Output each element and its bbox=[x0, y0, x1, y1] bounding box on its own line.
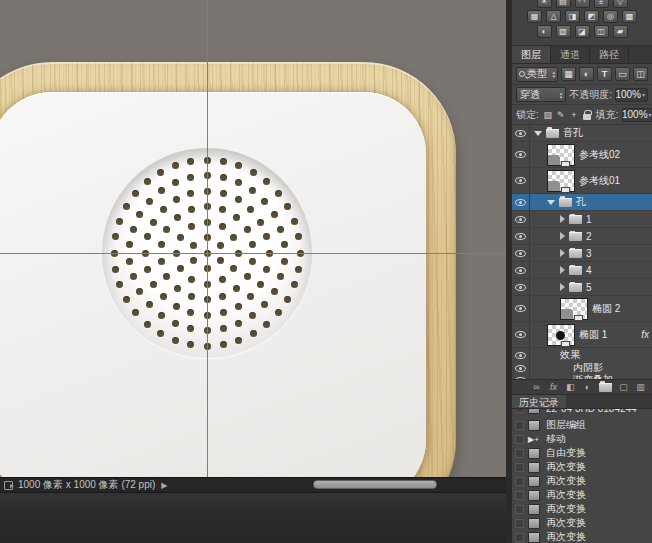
layer-row-2[interactable]: 2 bbox=[512, 228, 652, 245]
history-item[interactable]: 再次变换 bbox=[512, 488, 652, 502]
selective-color-icon[interactable]: ▰ bbox=[613, 25, 628, 38]
layer-thumbnail[interactable] bbox=[547, 324, 575, 346]
new-group-icon[interactable] bbox=[599, 381, 612, 393]
eye-icon[interactable] bbox=[515, 284, 526, 291]
layer-row-1[interactable]: 1 bbox=[512, 211, 652, 228]
eye-icon[interactable] bbox=[515, 365, 526, 372]
lock-transparency-icon[interactable]: ▨ bbox=[542, 109, 554, 121]
black-white-icon[interactable]: ◨ bbox=[565, 10, 580, 23]
hue-saturation-icon[interactable]: ▦ bbox=[527, 10, 542, 23]
visibility-cell[interactable] bbox=[512, 374, 530, 379]
layer-row-3[interactable]: 3 bbox=[512, 245, 652, 262]
history-source-well[interactable] bbox=[515, 463, 524, 472]
history-item[interactable]: 再次变换 bbox=[512, 460, 652, 474]
visibility-cell[interactable] bbox=[512, 362, 530, 374]
history-source-well[interactable] bbox=[515, 533, 524, 542]
visibility-cell[interactable] bbox=[512, 296, 530, 321]
posterize-icon[interactable]: ▧ bbox=[556, 25, 571, 38]
invert-icon[interactable]: ◐ bbox=[537, 25, 552, 38]
curves-icon[interactable]: ◠ bbox=[575, 0, 590, 8]
visibility-cell[interactable] bbox=[512, 262, 530, 278]
eye-icon[interactable] bbox=[515, 130, 526, 137]
layer-row-效果[interactable]: 效果 bbox=[512, 348, 652, 362]
adjustment-filter-icon[interactable]: ◐ bbox=[579, 67, 594, 81]
layer-row-孔[interactable]: 孔 bbox=[512, 194, 652, 211]
channel-mixer-icon[interactable]: ◎ bbox=[603, 10, 618, 23]
color-lookup-icon[interactable]: ▩ bbox=[622, 10, 637, 23]
layer-row-4[interactable]: 4 bbox=[512, 262, 652, 279]
expand-arrow-icon[interactable] bbox=[560, 215, 565, 223]
eye-icon[interactable] bbox=[515, 151, 526, 158]
photo-filter-icon[interactable]: ◩ bbox=[584, 10, 599, 23]
fill-value-field[interactable]: 100% bbox=[622, 108, 652, 122]
levels-icon[interactable]: ▤ bbox=[556, 0, 571, 8]
layer-row-渐变叠加[interactable]: 渐变叠加 bbox=[512, 374, 652, 379]
history-item[interactable]: 再次变换 bbox=[512, 530, 652, 543]
brightness-contrast-icon[interactable]: ☀ bbox=[537, 0, 552, 8]
eye-icon[interactable] bbox=[515, 377, 526, 380]
layer-thumbnail[interactable] bbox=[560, 298, 588, 320]
history-source-well[interactable] bbox=[515, 477, 524, 486]
blend-mode-dropdown[interactable]: 穿透 ▴▾ bbox=[516, 87, 566, 102]
fx-badge[interactable]: fx bbox=[641, 329, 649, 340]
history-item[interactable]: 图层编组 bbox=[512, 418, 652, 432]
link-layers-icon[interactable]: ∞ bbox=[531, 381, 542, 393]
lock-paint-icon[interactable]: ✎ bbox=[555, 109, 567, 121]
smart-object-filter-icon[interactable]: ◫ bbox=[633, 67, 648, 81]
horizontal-guide[interactable] bbox=[0, 253, 506, 254]
visibility-cell[interactable] bbox=[512, 168, 530, 193]
history-source-well[interactable] bbox=[515, 435, 524, 444]
eye-icon[interactable] bbox=[515, 267, 526, 274]
layer-row-椭圆 2[interactable]: 椭圆 2 bbox=[512, 296, 652, 322]
visibility-cell[interactable] bbox=[512, 142, 530, 167]
add-mask-icon[interactable]: ◧ bbox=[565, 381, 576, 393]
visibility-cell[interactable] bbox=[512, 194, 530, 210]
eye-icon[interactable] bbox=[515, 199, 526, 206]
layer-style-icon[interactable]: fx bbox=[548, 381, 559, 393]
shape-filter-icon[interactable]: ▭ bbox=[615, 67, 630, 81]
layer-row-参考线01[interactable]: 参考线01 bbox=[512, 168, 652, 194]
history-source-well[interactable] bbox=[515, 449, 524, 458]
expand-arrow-icon[interactable] bbox=[560, 266, 565, 274]
history-item[interactable]: 再次变换 bbox=[512, 502, 652, 516]
eye-icon[interactable] bbox=[515, 216, 526, 223]
pixel-filter-icon[interactable]: ▦ bbox=[561, 67, 576, 81]
exposure-icon[interactable]: ± bbox=[594, 0, 609, 8]
expand-arrow-icon[interactable] bbox=[560, 249, 565, 257]
layer-thumbnail[interactable] bbox=[547, 170, 575, 192]
tab-paths[interactable]: 路径 bbox=[590, 46, 629, 63]
status-expand-arrow[interactable]: ▶ bbox=[161, 481, 167, 490]
tab-history[interactable]: 历史记录 bbox=[512, 395, 566, 408]
expand-arrow-icon[interactable] bbox=[560, 232, 565, 240]
color-balance-icon[interactable]: △ bbox=[546, 10, 561, 23]
expand-arrow-icon[interactable] bbox=[560, 283, 565, 291]
lock-position-icon[interactable]: + bbox=[568, 109, 580, 121]
eye-icon[interactable] bbox=[515, 233, 526, 240]
visibility-cell[interactable] bbox=[512, 228, 530, 244]
opacity-value-field[interactable]: 100% bbox=[615, 88, 648, 102]
vertical-guide[interactable] bbox=[207, 0, 208, 477]
visibility-cell[interactable] bbox=[512, 125, 530, 141]
new-layer-icon[interactable]: ▢ bbox=[618, 381, 629, 393]
history-source-well[interactable] bbox=[515, 409, 524, 413]
history-source-well[interactable] bbox=[515, 491, 524, 500]
eye-icon[interactable] bbox=[515, 305, 526, 312]
delete-layer-icon[interactable]: ▥ bbox=[635, 381, 646, 393]
lock-all-icon[interactable] bbox=[581, 109, 593, 121]
eye-icon[interactable] bbox=[515, 250, 526, 257]
document-canvas[interactable]: 1000 像素 x 1000 像素 (72 ppi) ▶ bbox=[0, 0, 506, 492]
new-adjustment-icon[interactable]: ◐ bbox=[582, 381, 593, 393]
layer-row-参考线02[interactable]: 参考线02 bbox=[512, 142, 652, 168]
history-source-well[interactable] bbox=[515, 505, 524, 514]
history-item[interactable]: ▶+移动 bbox=[512, 432, 652, 446]
layer-row-5[interactable]: 5 bbox=[512, 279, 652, 296]
tab-layers[interactable]: 图层 bbox=[512, 46, 551, 63]
history-item[interactable]: 再次变换 bbox=[512, 516, 652, 530]
layer-thumbnail[interactable] bbox=[547, 144, 575, 166]
history-item[interactable]: 自由变换 bbox=[512, 446, 652, 460]
layer-row-椭圆 1[interactable]: 椭圆 1fx bbox=[512, 322, 652, 348]
eye-icon[interactable] bbox=[515, 352, 526, 359]
visibility-cell[interactable] bbox=[512, 348, 530, 362]
gradient-map-icon[interactable]: ◫ bbox=[594, 25, 609, 38]
type-filter-icon[interactable]: T bbox=[597, 67, 612, 81]
